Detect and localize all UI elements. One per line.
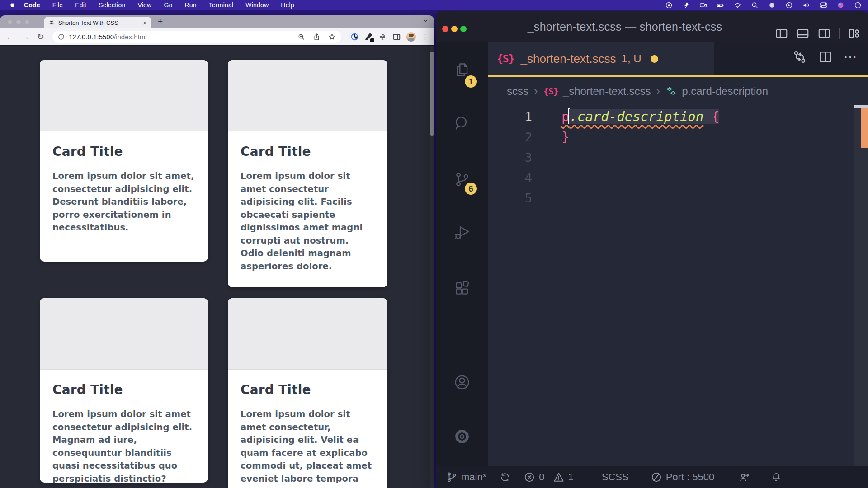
live-server-item[interactable]: Port : 5500 [651, 471, 715, 483]
side-panel-icon[interactable] [392, 33, 401, 41]
siri-icon[interactable] [837, 1, 844, 9]
run-debug-icon[interactable] [453, 224, 471, 241]
menu-item-selection[interactable]: Selection [99, 1, 125, 9]
customize-layout-icon[interactable] [847, 27, 861, 40]
errors-icon [524, 471, 535, 483]
editor-scrollbar[interactable] [854, 105, 868, 466]
wifi-icon[interactable] [734, 1, 741, 9]
menu-item-view[interactable]: View [138, 1, 152, 9]
tab-close-icon[interactable]: × [143, 19, 147, 27]
breadcrumb-symbol[interactable]: p.card-description [682, 85, 768, 98]
card-image-placeholder [40, 60, 208, 131]
menu-item-code[interactable]: Code [24, 1, 40, 9]
card-title: Card Title [52, 382, 195, 397]
tab-file-name: _shorten-text.scss [521, 52, 616, 66]
site-info-icon[interactable] [58, 33, 65, 40]
line-number: 2 [488, 127, 532, 147]
unsaved-dot-icon[interactable] [651, 55, 658, 63]
play-circle-icon[interactable] [785, 1, 793, 9]
apple-logo-icon[interactable] [9, 1, 16, 9]
window-title: _shorten-text.scss — shorten-text-css [436, 11, 814, 42]
card-image-placeholder [228, 60, 387, 131]
code-editor[interactable]: 1 p.card-description { 2 } 3 4 5 [488, 105, 868, 466]
forward-button[interactable]: → [21, 33, 30, 42]
rocket-icon[interactable] [682, 1, 690, 9]
dot-icon[interactable] [768, 1, 776, 9]
card-image-placeholder [40, 298, 208, 370]
menu-item-help[interactable]: Help [281, 1, 294, 9]
line-number: 1 [488, 107, 532, 127]
sync-icon[interactable] [499, 471, 511, 483]
menu-item-terminal[interactable]: Terminal [209, 1, 234, 9]
toggle-sidebar-icon[interactable] [775, 27, 788, 40]
breadcrumb-file[interactable]: _shorten-text.scss [563, 85, 651, 98]
address-bar[interactable]: 127.0.0.1:5500/index.html [52, 31, 341, 43]
editor-tab[interactable]: {S} _shorten-text.scss 1, U [488, 42, 714, 75]
breadcrumb-separator: › [656, 84, 660, 98]
tab-overflow-chevron-icon[interactable] [422, 18, 429, 24]
zoom-window-button[interactable] [24, 19, 30, 25]
card: Card Title Lorem ipsum dolor sit amet co… [228, 298, 387, 488]
page-scrollbar[interactable] [430, 46, 434, 488]
scss-file-icon: {S} [497, 53, 514, 65]
control-center-icon[interactable] [820, 1, 827, 9]
toggle-panel-icon[interactable] [796, 27, 810, 40]
browser-tab[interactable]: Shorten Text With CSS × [44, 17, 151, 28]
close-window-button[interactable] [7, 19, 13, 25]
clock-icon[interactable] [854, 1, 862, 9]
source-control-badge: 6 [465, 183, 477, 195]
menu-item-run[interactable]: Run [185, 1, 197, 9]
split-editor-icon[interactable] [818, 49, 833, 65]
screen-record-icon[interactable] [699, 1, 707, 9]
record-icon[interactable] [665, 1, 673, 9]
minimize-window-button[interactable] [16, 19, 21, 25]
git-branch-item[interactable]: main* [446, 471, 486, 483]
puzzle-extensions-icon[interactable] [378, 33, 387, 41]
titlebar-separator [839, 28, 840, 39]
search-icon[interactable] [453, 114, 471, 131]
back-button[interactable]: ← [5, 33, 14, 42]
scrollbar-thumb[interactable] [430, 52, 434, 136]
bookmark-star-icon[interactable] [328, 33, 336, 41]
battery-icon[interactable] [717, 1, 724, 9]
menu-item-file[interactable]: File [52, 1, 63, 9]
card-description: Lorem ipsum dolor sit amet consectetur, … [241, 408, 375, 488]
browser-menu-icon[interactable]: ⋮ [421, 33, 429, 41]
reload-button[interactable]: ↻ [36, 33, 45, 42]
extension-lock-icon[interactable] [350, 33, 359, 41]
breadcrumb-folder[interactable]: scss [507, 85, 528, 98]
card-image-placeholder [228, 298, 387, 370]
account-icon[interactable] [453, 374, 471, 391]
line-number: 4 [488, 168, 532, 188]
toggle-secondary-sidebar-icon[interactable] [817, 27, 831, 40]
open-changes-icon[interactable] [792, 49, 807, 65]
profile-avatar[interactable] [406, 32, 416, 42]
feedback-icon[interactable] [739, 471, 750, 483]
overview-cursor-marker [854, 105, 868, 108]
share-icon[interactable] [313, 33, 321, 41]
menu-item-window[interactable]: Window [245, 1, 269, 9]
problems-item[interactable]: 0 1 [524, 471, 574, 483]
menu-bar: Code File Edit Selection View Go Run Ter… [0, 0, 868, 10]
volume-icon[interactable] [802, 1, 810, 9]
settings-gear-icon[interactable] [453, 428, 471, 445]
notifications-bell-icon[interactable] [770, 471, 782, 483]
language-mode-item[interactable]: SCSS [602, 471, 629, 483]
menu-status-icons [665, 1, 868, 9]
globe-icon [48, 19, 55, 26]
eyedropper-extension-icon[interactable] [364, 33, 373, 41]
line-number: 3 [488, 147, 532, 168]
url-text: 127.0.0.1:5500/index.html [69, 33, 147, 41]
browser-window: Shorten Text With CSS × + ← → ↻ 127.0.0.… [0, 15, 434, 488]
zoom-page-icon[interactable] [297, 33, 305, 41]
menu-item-edit[interactable]: Edit [75, 1, 86, 9]
more-actions-icon[interactable]: ⋯ [844, 52, 858, 61]
overview-warning-marker [861, 108, 868, 148]
menu-item-go[interactable]: Go [164, 1, 172, 9]
extensions-icon[interactable] [453, 280, 471, 297]
line-number: 5 [488, 188, 532, 208]
card-description: Lorem ipsum dolor sit amet consectetur a… [52, 408, 195, 483]
new-tab-button[interactable]: + [158, 17, 163, 27]
browser-tab-title: Shorten Text With CSS [58, 19, 140, 26]
spotlight-search-icon[interactable] [751, 1, 759, 9]
